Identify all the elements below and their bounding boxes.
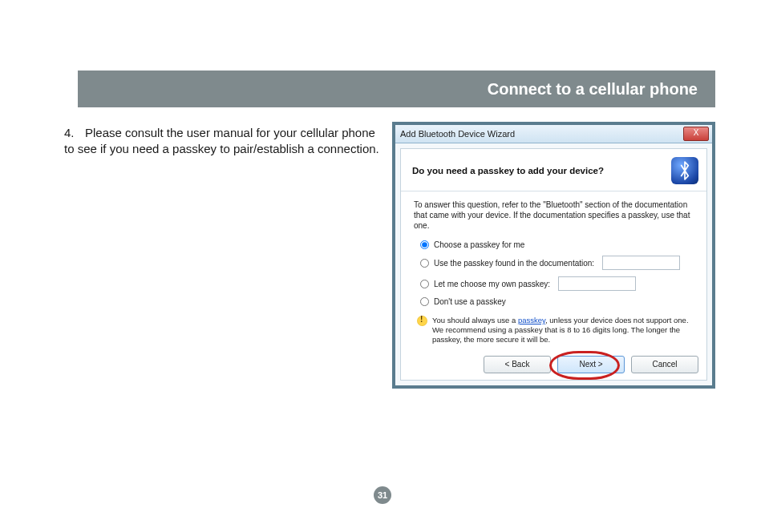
radio-input[interactable]: [420, 240, 429, 249]
radio-input[interactable]: [420, 297, 429, 306]
section-title: Connect to a cellular phone: [488, 80, 698, 99]
radio-input[interactable]: [420, 259, 429, 268]
page-number-badge: 31: [374, 486, 391, 504]
next-button[interactable]: Next >: [557, 356, 625, 373]
step-text: 4.Please consult the user manual for you…: [64, 122, 381, 389]
radio-choose-passkey[interactable]: Choose a passkey for me: [420, 240, 694, 249]
radio-label: Use the passkey found in the documentati…: [434, 259, 594, 268]
dialog-buttons: < Back Next > Cancel: [484, 356, 698, 373]
wizard-dialog-screenshot: Add Bluetooth Device Wizard X Do you nee…: [392, 122, 715, 389]
step-body: Please consult the user manual for your …: [64, 126, 379, 155]
intro-text: To answer this question, refer to the "B…: [414, 200, 694, 231]
section-header: Connect to a cellular phone: [78, 71, 715, 107]
titlebar: Add Bluetooth Device Wizard X: [395, 125, 712, 143]
radio-doc-passkey[interactable]: Use the passkey found in the documentati…: [420, 256, 694, 270]
radio-label: Don't use a passkey: [434, 297, 506, 306]
radio-input[interactable]: [420, 280, 429, 288]
dialog-body: To answer this question, refer to the "B…: [401, 191, 706, 348]
content-row: 4.Please consult the user manual for you…: [64, 122, 715, 389]
radio-own-passkey[interactable]: Let me choose my own passkey:: [420, 276, 694, 291]
own-passkey-field[interactable]: [558, 276, 636, 291]
warning-icon: [417, 316, 427, 326]
dialog-inner: Do you need a passkey to add your device…: [400, 148, 707, 381]
dialog-head: Do you need a passkey to add your device…: [401, 149, 706, 191]
radio-label: Choose a passkey for me: [434, 240, 524, 249]
step-number: 4.: [64, 125, 85, 141]
passkey-link[interactable]: passkey: [518, 316, 545, 324]
note-text: You should always use a passkey, unless …: [432, 316, 690, 345]
radio-no-passkey[interactable]: Don't use a passkey: [420, 297, 694, 306]
window-title: Add Bluetooth Device Wizard: [400, 129, 515, 139]
close-button[interactable]: X: [683, 127, 709, 141]
security-note: You should always use a passkey, unless …: [417, 316, 690, 345]
next-button-wrap: Next >: [557, 356, 625, 373]
bluetooth-icon: [671, 157, 698, 184]
cancel-button[interactable]: Cancel: [631, 356, 698, 373]
doc-passkey-field[interactable]: [602, 256, 680, 270]
back-button[interactable]: < Back: [484, 356, 551, 373]
radio-label: Let me choose my own passkey:: [434, 280, 550, 288]
dialog-heading: Do you need a passkey to add your device…: [412, 166, 604, 175]
